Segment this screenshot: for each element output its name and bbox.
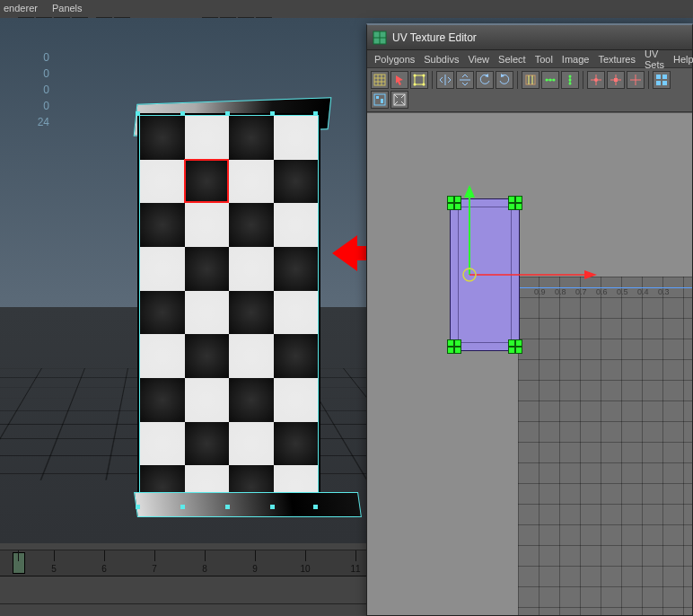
uv-toolbar-row-1 [367,68,692,112]
stat-value: 24 [31,114,49,130]
menu-textures[interactable]: Textures [598,54,636,65]
svg-rect-10 [374,75,385,85]
svg-point-22 [569,83,572,85]
layout-best-icon[interactable] [371,91,389,109]
svg-rect-28 [662,81,667,85]
tick-label: 5 [51,564,57,574]
svg-rect-11 [415,75,424,84]
svg-point-21 [569,79,572,82]
snap-grid-c-icon[interactable] [627,71,645,89]
svg-rect-29 [374,94,385,105]
svg-point-12 [414,75,417,77]
svg-rect-16 [526,75,535,84]
svg-marker-48 [464,185,475,198]
svg-point-19 [553,79,556,82]
axis-tick-label: 0.4 [637,287,649,296]
svg-rect-24 [614,78,618,82]
uv-snapshot-icon[interactable] [371,71,389,89]
snap-grid-b-icon[interactable] [607,71,625,89]
uv-titlebar[interactable]: UV Texture Editor [367,25,692,50]
mesh-front-face [139,115,319,510]
axis-tick-label: 0.5 [617,287,628,296]
svg-rect-27 [656,81,661,85]
svg-point-15 [423,84,425,86]
toolbar-divider [517,71,518,89]
axis-tick-label: 0.8 [555,287,566,296]
axis-tick-label: 0.3 [658,287,670,296]
cycle-uv-icon[interactable] [522,71,539,89]
uv-unit-square [518,277,692,615]
svg-rect-25 [656,75,661,79]
uv-menubar: Polygons Subdivs View Select Tool Image … [367,50,692,68]
axis-tick-label: 0.6 [596,287,608,296]
menu-tool[interactable]: Tool [535,54,553,65]
menu-subdivs[interactable]: Subdivs [424,54,459,65]
svg-point-20 [569,75,572,78]
uv-window-icon [373,31,387,45]
svg-point-17 [546,79,548,82]
uv-window-title: UV Texture Editor [392,31,477,44]
toolbar-divider [648,71,649,89]
tick-label: 7 [152,564,157,574]
menu-panels[interactable]: Panels [52,3,83,13]
svg-point-13 [423,75,425,77]
svg-point-18 [549,79,552,82]
stat-value: 0 [31,66,49,82]
menu-select[interactable]: Select [498,54,526,65]
frame-all-icon[interactable] [390,91,408,109]
heads-up-stats: 0 0 0 0 24 [31,49,49,130]
toolbar-divider [583,71,583,89]
svg-point-14 [414,84,417,86]
menu-polygons[interactable]: Polygons [374,54,415,65]
menu-uvsets[interactable]: UV Sets [645,48,664,70]
tick-label: 11 [350,564,360,574]
rotate-ccw-icon[interactable] [476,71,494,89]
flip-u-icon[interactable] [436,71,454,89]
uv-x-axis-labels: 1 0.9 0.8 0.7 0.6 0.5 0.4 0.3 [518,287,692,300]
tick-label: 8 [202,564,207,574]
align-v-icon[interactable] [561,71,579,89]
uv-shell[interactable] [450,198,520,351]
menu-view[interactable]: View [468,54,489,65]
rotate-cw-icon[interactable] [496,71,513,89]
uv-texture-editor-window[interactable]: UV Texture Editor Polygons Subdivs View … [366,23,693,616]
stat-value: 0 [31,82,49,98]
svg-point-23 [594,78,598,82]
menu-renderer[interactable]: enderer [4,3,38,13]
layout-uv-icon[interactable] [653,71,671,89]
stat-value: 0 [31,49,49,66]
uv-canvas[interactable]: 1 0.9 0.8 0.7 0.6 0.5 0.4 0.3 [367,113,692,615]
tick-label: 10 [300,564,310,574]
mesh-base [134,492,362,517]
toolbar-divider [432,71,433,89]
tick-label: 6 [101,564,107,574]
select-shell-icon[interactable] [390,71,408,89]
snap-grid-a-icon[interactable] [587,71,605,89]
svg-rect-26 [662,75,667,79]
axis-tick-label: 0.7 [575,287,587,296]
tick-label: 9 [252,564,258,574]
axis-tick-label: 0.9 [534,287,546,296]
menu-image[interactable]: Image [562,54,590,65]
mesh-object[interactable] [139,115,319,510]
menu-help[interactable]: Help [673,54,693,65]
selected-face-highlight [184,159,229,203]
svg-rect-30 [376,96,379,99]
lattice-icon[interactable] [410,71,428,89]
stat-value: 0 [31,98,49,114]
flip-v-icon[interactable] [456,71,474,89]
viewport-menubar: enderer Panels [0,0,83,16]
align-u-icon[interactable] [541,71,559,89]
svg-rect-31 [381,99,383,103]
